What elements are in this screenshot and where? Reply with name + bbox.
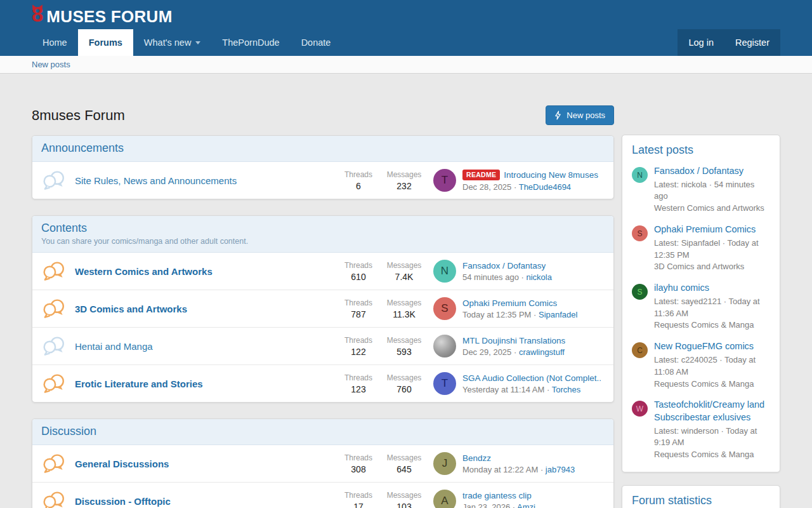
- avatar[interactable]: C: [632, 342, 648, 358]
- latest-post-forum: Requests Comics & Manga: [654, 378, 770, 391]
- nav-donate[interactable]: Donate: [291, 29, 342, 56]
- latest-post-meta: Latest: Sipanfadel · Today at 12:35 PM: [654, 237, 770, 262]
- latest-thread-link[interactable]: Bendzz: [462, 453, 491, 463]
- latest-user-link[interactable]: TheDude4694: [519, 182, 571, 192]
- messages-stat: Messages593: [381, 336, 427, 357]
- avatar[interactable]: S: [632, 284, 648, 300]
- messages-stat: Messages232: [381, 170, 427, 191]
- register-link[interactable]: Register: [724, 29, 780, 56]
- latest-meta: Dec 29, 2025 · crawlingstuff: [462, 347, 601, 357]
- avatar[interactable]: W: [632, 401, 648, 417]
- section-title[interactable]: Announcements: [41, 142, 124, 154]
- latest-post-meta: Latest: nickola · 54 minutes ago: [654, 179, 770, 203]
- forum-speech-bubbles-icon: [42, 453, 66, 474]
- latest-user-link[interactable]: crawlingstuff: [519, 347, 565, 357]
- forum-speech-bubbles-icon: [42, 261, 66, 281]
- latest-thread-link[interactable]: Introducing New 8muses ...: [504, 170, 601, 180]
- logo-text: MUSES FORUM: [46, 8, 172, 25]
- readme-badge: README: [462, 170, 500, 180]
- nav-whats-new-label: What's new: [144, 37, 192, 48]
- latest-user-link[interactable]: Amzi: [517, 502, 535, 508]
- forum-link[interactable]: Discussion - Offtopic: [75, 496, 171, 507]
- messages-stat: Messages7.4K: [381, 261, 427, 282]
- latest-post-link[interactable]: Fansadox / Dofantasy: [654, 166, 743, 176]
- new-posts-button-label: New posts: [566, 110, 605, 120]
- logo-eight-icon: 8: [32, 4, 43, 24]
- nav-whats-new[interactable]: What's new: [133, 29, 212, 56]
- latest-post-forum: Western Comics and Artworks: [654, 203, 770, 215]
- avatar[interactable]: J: [433, 452, 456, 475]
- latest-post-forum: Requests Comics & Manga: [654, 319, 770, 331]
- forum-speech-bubbles-icon: [42, 373, 66, 394]
- site-logo[interactable]: 8 MUSES FORUM: [32, 4, 173, 24]
- list-item: S ilayhu comics Latest: sayed2121 · Toda…: [632, 282, 770, 331]
- nav-forums[interactable]: Forums: [78, 29, 133, 56]
- avatar[interactable]: S: [433, 297, 456, 320]
- latest-post-link[interactable]: ilayhu comics: [654, 283, 709, 293]
- messages-stat: Messages11.3K: [381, 298, 427, 319]
- avatar[interactable]: [433, 335, 456, 358]
- latest-posts-widget: Latest posts N Fansadox / Dofantasy Late…: [622, 135, 780, 472]
- list-item: W Tasteofchoklit/Creamy land Subscribest…: [632, 399, 770, 461]
- forum-link[interactable]: Site Rules, News and Announcements: [75, 175, 237, 186]
- latest-thread-link[interactable]: Ophaki Premium Comics: [462, 298, 557, 308]
- forum-speech-bubbles-icon: [42, 170, 66, 190]
- avatar[interactable]: A: [433, 490, 456, 508]
- latest-post-link[interactable]: Ophaki Premium Comics: [654, 224, 756, 234]
- latest-post-link[interactable]: Tasteofchoklit/Creamy land Subscribestar…: [654, 399, 764, 422]
- forum-link[interactable]: Erotic Literature and Stories: [75, 378, 203, 389]
- messages-stat: Messages645: [381, 453, 427, 474]
- latest-thread-link[interactable]: Fansadox / Dofantasy: [462, 261, 546, 271]
- latest-thread-link[interactable]: trade giantess clip: [462, 491, 532, 500]
- latest-thread-link[interactable]: MTL Doujinshi Translations: [462, 336, 565, 345]
- latest-user-link[interactable]: Torches: [552, 385, 581, 394]
- threads-stat: Threads610: [336, 261, 381, 282]
- avatar[interactable]: T: [433, 169, 456, 192]
- lightning-bolt-icon: [554, 110, 561, 120]
- forum-statistics-widget: Forum statistics Threads: 3,245 Messages…: [622, 485, 780, 508]
- latest-meta: Monday at 12:22 AM · jab7943: [462, 465, 601, 474]
- avatar[interactable]: N: [632, 167, 648, 183]
- forum-row: Discussion - Offtopic Threads17 Messages…: [32, 482, 613, 508]
- threads-stat: Threads123: [336, 373, 381, 394]
- latest-user-link[interactable]: Sipanfadel: [539, 310, 577, 319]
- forum-speech-bubbles-icon: [42, 491, 66, 508]
- latest-post-meta: Latest: c2240025 · Today at 11:08 AM: [654, 354, 770, 378]
- threads-stat: Threads122: [336, 336, 381, 357]
- forum-row: Western Comics and Artworks Threads610 M…: [32, 253, 613, 290]
- avatar[interactable]: N: [433, 260, 456, 283]
- login-link[interactable]: Log in: [678, 29, 724, 56]
- threads-stat: Threads6: [336, 170, 381, 191]
- main-navigation: Home Forums What's new ThePornDude Donat…: [0, 29, 812, 56]
- section-description: You can share your comics/manga and othe…: [41, 237, 605, 246]
- forum-row: General Discussions Threads308 Messages6…: [32, 445, 613, 482]
- latest-meta: Jan 23, 2026 · Amzi: [462, 502, 601, 508]
- forum-row: Site Rules, News and Announcements Threa…: [32, 162, 613, 199]
- latest-thread-link[interactable]: SGA Audio Collection (Not Complet...: [462, 373, 601, 383]
- forum-row: Erotic Literature and Stories Threads123…: [32, 364, 613, 402]
- forum-link[interactable]: Western Comics and Artworks: [75, 266, 213, 277]
- threads-stat: Threads17: [336, 491, 381, 508]
- latest-post-link[interactable]: New RogueFMG comics: [654, 341, 754, 351]
- header: 8 MUSES FORUM: [0, 0, 812, 29]
- avatar[interactable]: S: [632, 225, 648, 241]
- subnav-new-posts[interactable]: New posts: [32, 60, 70, 69]
- latest-user-link[interactable]: nickola: [527, 272, 552, 282]
- list-item: C New RogueFMG comics Latest: c2240025 ·…: [632, 340, 770, 390]
- chevron-down-icon: [195, 41, 200, 47]
- widget-title: Forum statistics: [632, 494, 770, 507]
- forum-link[interactable]: Hentai and Manga: [75, 341, 153, 352]
- new-posts-button[interactable]: New posts: [546, 105, 614, 125]
- latest-meta: Dec 28, 2025 · TheDude4694: [462, 182, 601, 192]
- forum-link[interactable]: 3D Comics and Artworks: [75, 304, 187, 314]
- messages-stat: Messages760: [381, 373, 427, 394]
- latest-user-link[interactable]: jab7943: [546, 465, 575, 474]
- nav-theporndude[interactable]: ThePornDude: [211, 29, 290, 56]
- forum-link[interactable]: General Discussions: [75, 458, 169, 469]
- section-title[interactable]: Contents: [41, 222, 87, 234]
- section-contents: Contents You can share your comics/manga…: [32, 215, 614, 403]
- avatar[interactable]: T: [433, 372, 456, 395]
- section-announcements: Announcements Site Rules, News and Annou…: [32, 135, 614, 199]
- section-title[interactable]: Discussion: [41, 425, 96, 438]
- nav-home[interactable]: Home: [32, 29, 78, 56]
